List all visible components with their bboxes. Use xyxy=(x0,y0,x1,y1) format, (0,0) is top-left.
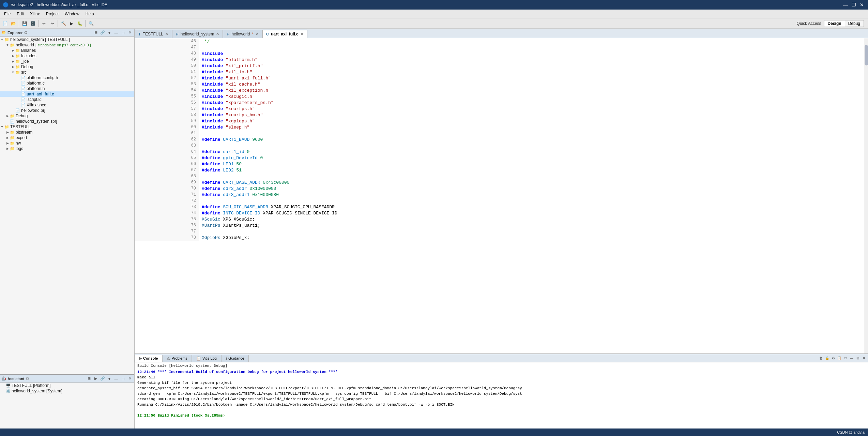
editor-tab-uart-axi-full-c[interactable]: C uart_axi_full.c ✕ xyxy=(262,30,307,38)
code-content[interactable]: #include xyxy=(199,50,864,57)
code-content[interactable]: */ xyxy=(199,38,864,44)
minimize-button[interactable]: — xyxy=(842,2,849,8)
assistant-collapse[interactable]: ⊟ xyxy=(86,376,92,382)
tree-item[interactable]: ▶ 📁 Includes xyxy=(0,53,134,59)
code-content[interactable] xyxy=(199,198,864,204)
tree-item[interactable]: 📄 platform.c xyxy=(0,80,134,86)
explorer-maximize[interactable]: □ xyxy=(120,30,126,36)
tree-item[interactable]: 📄 Xilinx.spec xyxy=(0,102,134,108)
menu-project[interactable]: Project xyxy=(43,10,61,18)
tree-item[interactable]: ▼ 📁 TESTFULL xyxy=(0,124,134,130)
toolbar-build[interactable]: 🔨 xyxy=(60,20,67,27)
assistant-item[interactable]: ⚙️ helloworld_system [System] xyxy=(0,388,134,394)
code-content[interactable]: #define LED2 51 xyxy=(199,167,864,173)
code-content[interactable] xyxy=(199,142,864,149)
code-content[interactable]: #include "xparameters_ps.h" xyxy=(199,100,864,106)
code-content[interactable]: #define ddr3_addr1 0x10000080 xyxy=(199,192,864,198)
toolbar-debug[interactable]: 🐛 xyxy=(76,20,83,27)
tree-item[interactable]: 📄 helloworld_system.sprj xyxy=(0,119,134,124)
toolbar-undo[interactable]: ↩ xyxy=(40,20,48,27)
tree-item[interactable]: ▶ 📁 Debug xyxy=(0,113,134,119)
menu-file[interactable]: File xyxy=(1,10,13,18)
code-content[interactable] xyxy=(199,44,864,50)
toolbar-save-all[interactable]: 🗄️ xyxy=(29,20,36,27)
explorer-close[interactable]: ✕ xyxy=(127,30,133,36)
explorer-filter[interactable]: ▼ xyxy=(106,30,112,36)
code-content[interactable]: XUartPs XUartPs_uart1; xyxy=(199,222,864,228)
code-content[interactable]: #include "sleep.h" xyxy=(199,124,864,130)
tab-close-button[interactable]: ✕ xyxy=(216,32,219,36)
tab-close-button[interactable]: ✕ xyxy=(165,32,168,36)
tab-close-button[interactable]: ✕ xyxy=(256,32,259,36)
console-area[interactable]: Build Console [helloworld_system, Debug]… xyxy=(135,362,868,429)
editor-tab-testfull[interactable]: T TESTFULL ✕ xyxy=(135,30,172,38)
bottom-tab-vitis log[interactable]: 📋 Vitis Log xyxy=(192,355,221,362)
design-tab[interactable]: Design xyxy=(824,20,845,27)
tree-item[interactable]: ▶ 📁 bitstream xyxy=(0,130,134,135)
console-copy[interactable]: 📋 xyxy=(837,356,842,361)
editor-tab-helloworld[interactable]: H helloworld * ✕ xyxy=(223,30,262,38)
tree-item[interactable]: ▼ 📁 src xyxy=(0,70,134,75)
tree-item[interactable]: ▶ 📁 _ide xyxy=(0,59,134,64)
explorer-minimize[interactable]: — xyxy=(113,30,119,36)
code-content[interactable]: #define gpio_DeviceId 0 xyxy=(199,155,864,161)
assistant-item[interactable]: 🖥️ TESTFULL [Platform] xyxy=(0,383,134,388)
tree-item[interactable]: ▶ 📁 logs xyxy=(0,146,134,151)
toolbar-new[interactable]: 📄 xyxy=(1,20,9,27)
code-content[interactable]: #include "xil_printf.h" xyxy=(199,63,864,69)
tree-item[interactable]: 📄 platform.h xyxy=(0,86,134,91)
console-expand[interactable]: □ xyxy=(843,356,848,361)
toolbar-search[interactable]: 🔍 xyxy=(87,20,95,27)
code-content[interactable]: #include "xuartps.h" xyxy=(199,106,864,112)
code-content[interactable] xyxy=(199,173,864,179)
maximize-button[interactable]: ❐ xyxy=(850,2,857,8)
code-content[interactable]: XGpioPs XGpioPs_x; xyxy=(199,235,864,241)
code-content[interactable]: #include "xgpiops.h" xyxy=(199,118,864,124)
editor-scrollbar[interactable] xyxy=(864,38,868,354)
tree-item[interactable]: ▶ 📁 Debug xyxy=(0,64,134,70)
tree-item[interactable]: 📄 lscript.ld xyxy=(0,97,134,102)
assistant-expand[interactable]: ▶ xyxy=(93,376,99,382)
code-content[interactable]: #define UART1_BAUD 9600 xyxy=(199,136,864,142)
tree-item[interactable]: ▶ 📁 Binaries xyxy=(0,48,134,53)
debug-tab[interactable]: Debug xyxy=(845,20,864,27)
code-content[interactable]: #include "xil_exception.h" xyxy=(199,87,864,93)
console-maximize[interactable]: ⊞ xyxy=(855,356,861,361)
tree-item[interactable]: 📄 uart_axi_full.c xyxy=(0,91,134,97)
tree-item[interactable]: 📄 helloworld.prj xyxy=(0,108,134,113)
tab-close-button[interactable]: ✕ xyxy=(301,32,304,36)
editor-tab-helloworld-system[interactable]: H helloworld_system ✕ xyxy=(172,30,223,38)
bottom-tab-console[interactable]: ▶ Console xyxy=(135,355,162,362)
tree-item[interactable]: ▶ 📁 export xyxy=(0,135,134,140)
bottom-tab-guidance[interactable]: ℹ Guidance xyxy=(221,355,249,362)
code-content[interactable]: #include "xuartps_hw.h" xyxy=(199,112,864,118)
toolbar-run[interactable]: ▶ xyxy=(68,20,75,27)
tree-item[interactable]: ▼ 📁 helloworld [ standalone on ps7_corte… xyxy=(0,42,134,48)
console-close[interactable]: ✕ xyxy=(861,356,867,361)
assistant-filter[interactable]: ▼ xyxy=(106,376,112,382)
code-content[interactable]: #include "xil_cache.h" xyxy=(199,81,864,87)
code-content[interactable]: #define INTC_DEVICE_ID XPAR_SCUGIC_SINGL… xyxy=(199,210,864,216)
code-content[interactable]: #define uart1_id 0 xyxy=(199,149,864,155)
code-content[interactable]: #include "xil_io.h" xyxy=(199,69,864,75)
assistant-tree[interactable]: 🖥️ TESTFULL [Platform] ⚙️ helloworld_sys… xyxy=(0,383,134,429)
code-content[interactable]: #define UART_BASE_ADDR 0x43c00000 xyxy=(199,179,864,185)
code-editor[interactable]: 46 */47 48#include 49#include "platform.… xyxy=(135,38,864,354)
menu-edit[interactable]: Edit xyxy=(14,10,27,18)
code-content[interactable]: #include "platform.h" xyxy=(199,57,864,63)
tree-item[interactable]: ▶ 📁 hw xyxy=(0,140,134,146)
explorer-collapse-all[interactable]: ⊟ xyxy=(93,30,99,36)
console-settings[interactable]: ⚙ xyxy=(831,356,836,361)
code-content[interactable]: #define LED1 50 xyxy=(199,161,864,167)
assistant-link[interactable]: 🔗 xyxy=(100,376,106,382)
assistant-close[interactable]: ✕ xyxy=(127,376,133,382)
bottom-tab-problems[interactable]: ⚠ Problems xyxy=(162,355,192,362)
console-clear[interactable]: 🗑 xyxy=(818,356,824,361)
toolbar-save[interactable]: 💾 xyxy=(21,20,28,27)
toolbar-open[interactable]: 📂 xyxy=(10,20,17,27)
assistant-maximize[interactable]: □ xyxy=(120,376,126,382)
console-scroll-lock[interactable]: 🔒 xyxy=(824,356,830,361)
code-content[interactable]: #include "uart_axi_full.h" xyxy=(199,75,864,81)
code-content[interactable]: #include "xscugic.h" xyxy=(199,93,864,100)
menu-window[interactable]: Window xyxy=(62,10,82,18)
